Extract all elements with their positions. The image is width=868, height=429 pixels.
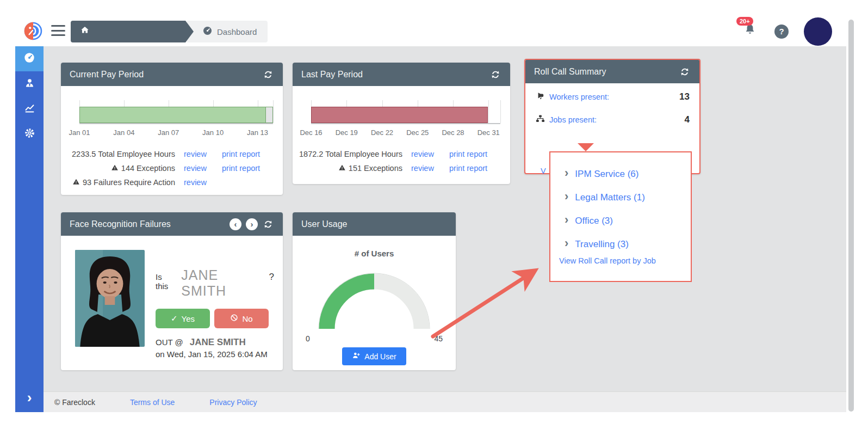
card-face-recognition: Face Recognition Failures ‹ › [61, 212, 283, 370]
breadcrumb-dashboard-tab[interactable]: Dashboard [187, 21, 268, 42]
previous-button[interactable]: ‹ [230, 218, 241, 230]
dashboard-gauge-icon [23, 52, 35, 66]
breadcrumb-home-tab[interactable] [71, 21, 194, 42]
sidebar-expand-button[interactable]: › [15, 386, 44, 412]
card-title: Face Recognition Failures [70, 219, 171, 229]
notifications-count-badge: 20+ [736, 17, 753, 26]
fareclock-logo-icon [22, 20, 45, 42]
sidebar: › [15, 46, 44, 412]
user-avatar[interactable] [804, 17, 832, 46]
footer: © Fareclock Terms of Use Privacy Policy [44, 391, 846, 412]
punch-location: OUT @ JANE SMITH [156, 337, 274, 348]
terms-of-use-link[interactable]: Terms of Use [130, 398, 175, 407]
person-add-icon [352, 351, 361, 361]
users-gauge [309, 265, 439, 333]
popup-job-item[interactable]: › Travelling (3) [565, 232, 691, 256]
worker-photo [75, 250, 145, 347]
scrollbar-thumb[interactable] [848, 20, 854, 412]
sidebar-item-dashboard[interactable] [15, 46, 44, 71]
popup-job-item[interactable]: › IPM Service (6) [565, 162, 691, 186]
punch-timestamp: on Wed, Jan 15, 2025 6:04 AM [156, 350, 274, 359]
jobs-present-value: 4 [685, 114, 690, 125]
last-period-bar [311, 107, 488, 123]
breadcrumb: Dashboard [71, 21, 268, 42]
menu-hamburger-icon[interactable] [51, 25, 65, 36]
stat-total-hours: 2233.5 Total Employee Hours review print… [61, 147, 272, 161]
card-current-pay-period: Current Pay Period [61, 63, 283, 195]
sidebar-item-settings[interactable] [15, 121, 44, 146]
no-button[interactable]: No [214, 309, 269, 328]
print-report-link[interactable]: print report [449, 150, 499, 158]
gauge-title: # of Users [293, 249, 456, 258]
page-scrollbar [848, 20, 854, 412]
refresh-icon[interactable] [262, 69, 274, 81]
print-report-link[interactable]: print report [222, 164, 272, 173]
chevron-right-icon: › [565, 191, 568, 203]
card-title: Current Pay Period [70, 70, 144, 79]
help-button[interactable]: ? [774, 24, 789, 39]
print-report-link[interactable]: print report [222, 150, 272, 158]
popup-pointer-triangle [578, 143, 594, 151]
refresh-icon[interactable] [679, 66, 691, 78]
face-question: Is this JANE SMITH ? [156, 267, 274, 299]
suggested-name: JANE SMITH [181, 267, 263, 299]
stat-exceptions: 144 Exceptions review print report [61, 161, 272, 175]
ban-icon [230, 314, 238, 323]
card-user-usage: User Usage # of Users 0 45 [293, 212, 456, 370]
gauge-max-label: 45 [434, 334, 443, 343]
warning-icon [72, 178, 80, 187]
next-button[interactable]: › [246, 218, 258, 230]
roll-call-jobs-row: Jobs present: 4 [525, 111, 699, 129]
add-user-button[interactable]: Add User [342, 347, 406, 365]
sidebar-item-people[interactable] [15, 71, 44, 96]
dashboard-gauge-icon [202, 26, 213, 38]
card-title: Roll Call Summary [534, 67, 606, 77]
x-axis-ticks: Dec 16 Dec 19 Dec 22 Dec 25 Dec 28 Dec 3… [311, 127, 500, 139]
yes-button[interactable]: ✓ Yes [156, 309, 210, 328]
refresh-icon[interactable] [489, 69, 501, 81]
sidebar-item-reports[interactable] [15, 96, 44, 121]
stat-exceptions: 151 Exceptions review print report [293, 161, 499, 175]
view-roll-call-by-job-link[interactable]: View Roll Call report by Job [559, 256, 656, 265]
jobs-present-link[interactable]: Jobs present: [549, 115, 685, 124]
review-link[interactable]: review [184, 164, 220, 173]
card-title: User Usage [301, 219, 347, 229]
app-window: Dashboard 20+ ? [0, 0, 868, 429]
main-content: Current Pay Period [44, 46, 846, 412]
current-period-bar [79, 107, 273, 123]
card-last-pay-period: Last Pay Period [293, 63, 510, 184]
review-link[interactable]: review [411, 164, 447, 173]
refresh-icon[interactable] [262, 218, 274, 230]
notifications-bell-icon[interactable]: 20+ [743, 22, 759, 41]
chevron-right-icon: › [565, 167, 568, 179]
review-link[interactable]: review [411, 150, 447, 158]
sitemap-icon [535, 114, 549, 126]
pay-period-bar-chart [79, 100, 273, 124]
chevron-right-icon: › [565, 214, 568, 226]
breadcrumb-dashboard-label: Dashboard [217, 27, 257, 36]
review-link[interactable]: review [184, 178, 220, 187]
view-roll-call-by-worker-link[interactable]: V [541, 167, 546, 175]
privacy-policy-link[interactable]: Privacy Policy [209, 398, 257, 407]
x-axis-ticks: Jan 01 Jan 04 Jan 07 Jan 10 Jan 13 [79, 127, 273, 139]
popup-job-item[interactable]: › Office (3) [565, 209, 691, 232]
line-chart-icon [24, 102, 35, 116]
megaphone-icon [535, 91, 549, 103]
review-link[interactable]: review [184, 150, 220, 158]
gear-icon [24, 127, 35, 141]
roll-call-workers-row: Workers present: 13 [525, 88, 699, 106]
pay-period-bar-chart [311, 100, 500, 124]
workers-present-link[interactable]: Workers present: [549, 93, 679, 101]
check-icon: ✓ [171, 314, 178, 323]
warning-icon [111, 164, 119, 173]
user-tie-icon [24, 77, 35, 91]
popup-job-item[interactable]: › Legal Matters (1) [565, 186, 691, 209]
gauge-min-label: 0 [306, 334, 310, 343]
stat-total-hours: 1872.2 Total Employee Hours review print… [293, 147, 499, 161]
copyright-text: © Fareclock [54, 398, 95, 407]
topbar: Dashboard 20+ ? [0, 16, 868, 46]
print-report-link[interactable]: print report [449, 164, 499, 173]
card-title: Last Pay Period [301, 70, 363, 79]
warning-icon [338, 164, 346, 173]
workers-present-value: 13 [679, 91, 690, 102]
